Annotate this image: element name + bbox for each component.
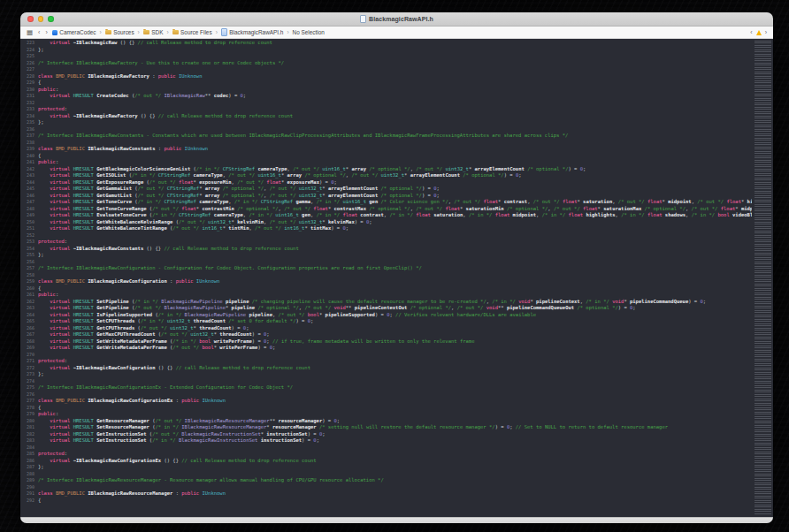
code-line[interactable]: 260{	[20, 285, 752, 293]
code-line[interactable]: 226/* Interface IBlackmagicRawFactory - …	[20, 60, 752, 67]
code-line[interactable]: 291class BMD_PUBLIC IBlackmagicRawResour…	[20, 490, 752, 498]
line-number[interactable]: 247	[20, 199, 38, 206]
code-line[interactable]: 247 virtual HRESULT GetToneCurve (/* in …	[20, 199, 752, 206]
code-line[interactable]: 236	[20, 126, 752, 133]
code-line[interactable]: 261public:	[20, 292, 752, 299]
code-line[interactable]: 241public:	[20, 159, 752, 166]
related-items-icon[interactable]: ▦	[26, 29, 34, 36]
code-line[interactable]: 225	[20, 53, 752, 60]
line-number[interactable]: 230	[20, 87, 38, 94]
code-editor[interactable]: 223 virtual ~IBlackmagicRaw () {} // cal…	[20, 39, 773, 517]
code-line[interactable]: 243 virtual HRESULT GetISOList (/* in */…	[20, 172, 752, 179]
line-number[interactable]: 245	[20, 186, 38, 193]
line-number[interactable]: 223	[20, 40, 38, 47]
code-line[interactable]: 231 virtual HRESULT CreateCodec (/* out …	[20, 93, 752, 100]
line-number[interactable]: 228	[20, 73, 38, 80]
close-button[interactable]	[27, 16, 34, 22]
zoom-button[interactable]	[48, 16, 54, 22]
line-number[interactable]: 258	[20, 272, 38, 279]
navigate-back-icon[interactable]: ‹	[37, 29, 41, 35]
line-number[interactable]: 265	[20, 318, 38, 325]
line-number[interactable]: 270	[20, 352, 38, 359]
code-line[interactable]: 292{	[20, 498, 752, 505]
line-number[interactable]: 275	[20, 384, 38, 391]
code-line[interactable]: 251 virtual HRESULT GetWhiteBalanceTintR…	[20, 225, 752, 232]
breadcrumb-item-sources[interactable]: Sources	[105, 29, 134, 35]
line-number[interactable]: 229	[20, 80, 38, 87]
line-number[interactable]: 244	[20, 179, 38, 186]
code-line[interactable]: 256	[20, 259, 752, 266]
code-line[interactable]: 288	[20, 471, 752, 478]
code-line[interactable]: 290	[20, 484, 752, 491]
code-line[interactable]: 228class BMD_PUBLIC IBlackmagicRawFactor…	[20, 73, 752, 80]
code-line[interactable]: 281 virtual HRESULT SetResourceManager (…	[20, 424, 752, 431]
line-number[interactable]: 242	[20, 166, 38, 173]
line-number[interactable]: 246	[20, 193, 38, 200]
line-number[interactable]: 286	[20, 458, 38, 465]
code-line[interactable]: 227	[20, 66, 752, 73]
warning-icon[interactable]	[756, 30, 762, 35]
code-line[interactable]: 250 virtual HRESULT GetWhiteBalanceKelvi…	[20, 219, 752, 226]
line-number[interactable]: 237	[20, 133, 38, 140]
line-number[interactable]: 288	[20, 471, 38, 478]
line-number[interactable]: 276	[20, 391, 38, 399]
code-line[interactable]: 275/* Interface IBlackmagicRawConfigurat…	[20, 384, 752, 391]
breadcrumb-item-no-selection[interactable]: No Selection	[293, 29, 325, 35]
code-line[interactable]: 253protected:	[20, 239, 752, 246]
line-number[interactable]: 267	[20, 331, 38, 338]
line-number[interactable]: 253	[20, 239, 38, 246]
code-line[interactable]: 271protected:	[20, 358, 752, 365]
line-number[interactable]: 284	[20, 445, 38, 452]
line-number[interactable]: 291	[20, 490, 38, 498]
line-number[interactable]: 285	[20, 451, 38, 458]
line-number[interactable]: 278	[20, 405, 38, 412]
line-number[interactable]: 290	[20, 484, 38, 491]
line-number[interactable]: 226	[20, 60, 38, 67]
minimize-button[interactable]	[38, 16, 44, 22]
code-line[interactable]: 279public:	[20, 411, 752, 418]
code-line[interactable]: 235};	[20, 119, 752, 126]
code-line[interactable]: 277class BMD_PUBLIC IBlackmagicRawConfig…	[20, 398, 752, 405]
line-number[interactable]: 227	[20, 66, 38, 73]
line-number[interactable]: 260	[20, 285, 38, 293]
code-line[interactable]: 283 virtual HRESULT SetInstructionSet (/…	[20, 437, 752, 445]
code-line[interactable]: 230public:	[20, 87, 752, 94]
code-line[interactable]: 269 virtual HRESULT GetWriteMetadataPerF…	[20, 345, 752, 352]
code-line[interactable]: 232	[20, 100, 752, 107]
line-number[interactable]: 268	[20, 338, 38, 346]
code-line[interactable]: 234 virtual ~IBlackmagicRawFactory () {}…	[20, 113, 752, 120]
line-number[interactable]: 272	[20, 365, 38, 372]
breadcrumb-item-blackmagicrawapi-h[interactable]: BlackmagicRawAPI.h	[221, 28, 284, 36]
code-line[interactable]: 263 virtual HRESULT GetPipeline (/* out …	[20, 305, 752, 312]
code-line[interactable]: 252	[20, 232, 752, 239]
code-line[interactable]: 287};	[20, 464, 752, 471]
line-number[interactable]: 282	[20, 431, 38, 438]
breadcrumb-item-sdk[interactable]: SDK	[143, 29, 164, 35]
line-number[interactable]: 271	[20, 358, 38, 365]
line-number[interactable]: 256	[20, 259, 38, 266]
line-number[interactable]: 224	[20, 47, 38, 54]
code-line[interactable]: 284	[20, 445, 752, 452]
code-line[interactable]: 268 virtual HRESULT SetWriteMetadataPerF…	[20, 338, 752, 346]
line-number[interactable]: 292	[20, 498, 38, 505]
code-line[interactable]: 257/* Interface IBlackmagicRawConfigurat…	[20, 265, 752, 272]
line-number[interactable]: 233	[20, 106, 38, 113]
line-number[interactable]: 281	[20, 424, 38, 431]
code-line[interactable]: 276	[20, 391, 752, 399]
line-number[interactable]: 254	[20, 246, 38, 253]
line-number[interactable]: 249	[20, 212, 38, 219]
code-line[interactable]: 274	[20, 378, 752, 385]
line-number[interactable]: 279	[20, 411, 38, 418]
code-line[interactable]: 258	[20, 272, 752, 279]
line-number[interactable]: 251	[20, 225, 38, 232]
code-line[interactable]: 237/* Interface IBlackmagicRawConstants …	[20, 133, 752, 140]
code-line[interactable]: 266 virtual HRESULT GetCPUThreads (/* ou…	[20, 325, 752, 332]
code-line[interactable]: 246 virtual HRESULT GetGamutList (/* out…	[20, 193, 752, 200]
breadcrumb-item-source-files[interactable]: Source Files	[172, 29, 212, 35]
line-number[interactable]: 277	[20, 398, 38, 405]
code-line[interactable]: 265 virtual HRESULT SetCPUThreads (/* in…	[20, 318, 752, 325]
line-number[interactable]: 273	[20, 371, 38, 378]
line-number[interactable]: 250	[20, 219, 38, 226]
line-number[interactable]: 257	[20, 265, 38, 272]
line-number[interactable]: 232	[20, 100, 38, 107]
